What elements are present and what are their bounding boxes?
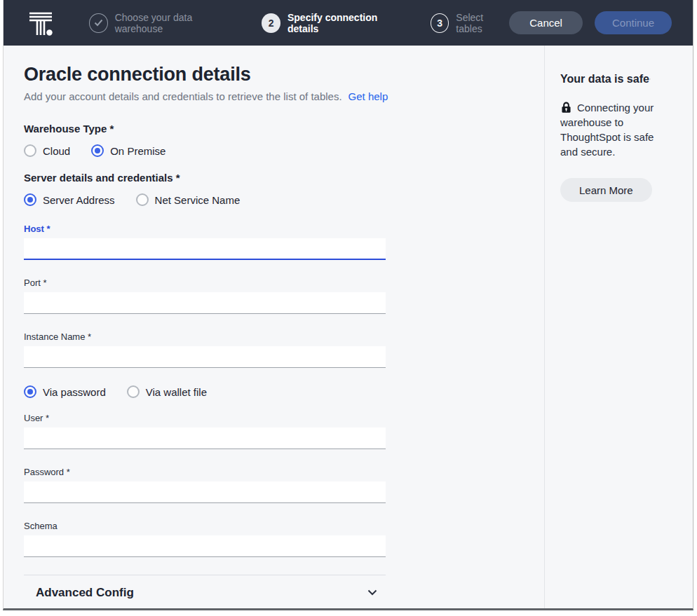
port-field-group: Port *: [24, 278, 386, 314]
stepper: Choose your data warehouse 2 Specify con…: [89, 12, 509, 34]
host-label: Host *: [24, 224, 386, 234]
schema-input[interactable]: [24, 535, 386, 557]
step-select-tables[interactable]: 3 Select tables: [431, 12, 510, 34]
radio-icon: [127, 385, 140, 398]
page-subtitle: Add your account details and credentials…: [24, 90, 544, 102]
radio-icon: [24, 193, 36, 206]
user-field-group: User *: [24, 413, 386, 449]
step-number-circle: 3: [431, 13, 449, 33]
step-choose-warehouse[interactable]: Choose your data warehouse: [89, 12, 236, 34]
panel-body: Connecting your warehouse to ThoughtSpot…: [560, 100, 665, 159]
port-input[interactable]: [24, 292, 386, 314]
warehouse-type-label: Warehouse Type *: [24, 123, 544, 135]
advanced-config-toggle[interactable]: Advanced Config: [24, 575, 386, 608]
schema-field-group: Schema: [24, 521, 386, 557]
panel-title: Your data is safe: [560, 73, 649, 85]
step-label: Select tables: [456, 12, 509, 34]
port-label: Port *: [24, 278, 386, 288]
continue-button[interactable]: Continue: [595, 11, 672, 34]
app-window: Choose your data warehouse 2 Specify con…: [3, 0, 693, 610]
step-connection-details[interactable]: 2 Specify connection details: [262, 12, 405, 34]
radio-cloud[interactable]: Cloud: [24, 144, 70, 157]
radio-on-premise[interactable]: On Premise: [91, 144, 165, 157]
get-help-link[interactable]: Get help: [348, 90, 388, 102]
thoughtspot-logo: [27, 9, 55, 37]
radio-via-wallet-file[interactable]: Via wallet file: [127, 385, 207, 398]
radio-net-service-name[interactable]: Net Service Name: [136, 193, 241, 206]
top-bar: Choose your data warehouse 2 Specify con…: [4, 0, 693, 46]
lock-icon: [560, 102, 572, 114]
radio-via-password[interactable]: Via password: [24, 385, 106, 398]
instance-name-label: Instance Name *: [24, 331, 386, 342]
step-complete-circle: [89, 13, 108, 33]
user-label: User *: [24, 413, 386, 423]
instance-name-field-group: Instance Name *: [24, 331, 386, 368]
step-label: Specify connection details: [287, 12, 405, 34]
cancel-button[interactable]: Cancel: [509, 11, 583, 34]
warehouse-type-radio-group: Cloud On Premise: [24, 144, 544, 157]
chevron-up-icon[interactable]: [649, 76, 651, 82]
password-field-group: Password *: [24, 467, 386, 503]
server-details-label: Server details and credentials *: [24, 172, 544, 184]
check-icon: [94, 19, 103, 27]
instance-name-input[interactable]: [24, 346, 386, 368]
radio-server-address[interactable]: Server Address: [24, 193, 115, 206]
auth-method-radio-group: Via password Via wallet file: [24, 385, 544, 398]
step-label: Choose your data warehouse: [115, 12, 237, 34]
page-title: Oracle connection details: [24, 64, 544, 85]
radio-icon: [24, 144, 36, 157]
radio-icon: [91, 144, 104, 157]
data-safety-panel: Your data is safe Connecting your wareho…: [544, 46, 693, 608]
password-input[interactable]: [24, 481, 386, 503]
radio-icon: [136, 193, 149, 206]
host-input[interactable]: [24, 238, 386, 260]
server-details-radio-group: Server Address Net Service Name: [24, 193, 544, 206]
schema-label: Schema: [24, 521, 386, 531]
radio-icon: [24, 385, 36, 398]
password-label: Password *: [24, 467, 386, 477]
user-input[interactable]: [24, 427, 386, 449]
advanced-config-label: Advanced Config: [36, 586, 134, 600]
connection-form: Oracle connection details Add your accou…: [4, 46, 544, 608]
host-field-group: Host *: [24, 224, 386, 260]
step-number-circle: 2: [262, 13, 280, 33]
chevron-down-icon: [367, 589, 377, 596]
learn-more-button[interactable]: Learn More: [560, 178, 652, 202]
